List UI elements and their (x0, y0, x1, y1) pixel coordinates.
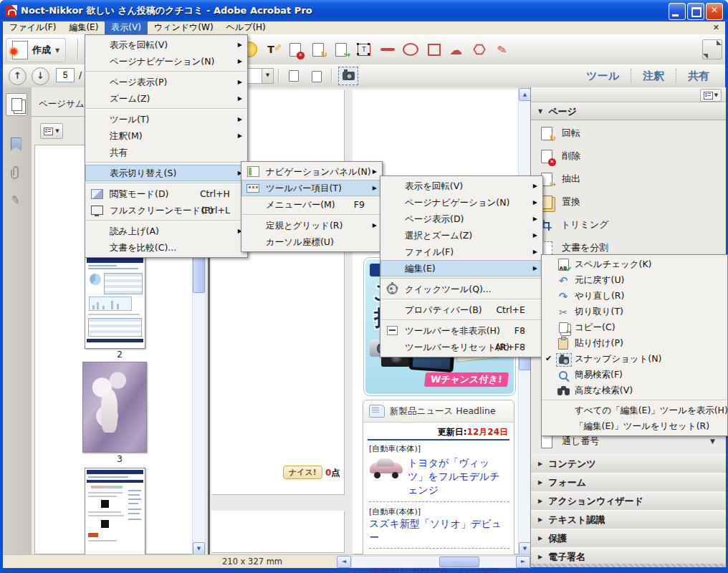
menu-item-fullscreen[interactable]: フルスクリーンモード(F)Ctrl+L (85, 202, 247, 218)
line-markup-tool[interactable] (378, 39, 398, 59)
menu-item-page-navigation[interactable]: ページナビゲーション(N)▶ (85, 53, 247, 69)
document-page-left-next[interactable] (211, 511, 344, 552)
menu-item-advanced-search[interactable]: 高度な検索(V) (542, 382, 727, 398)
delete-page-tool[interactable]: ✕ (285, 39, 305, 59)
menu-item-reset-toolbars[interactable]: ツールバーをリセット(R)Alt+F8 (380, 339, 542, 355)
menu-help[interactable]: ヘルプ(H) (220, 21, 272, 34)
scroll-down-button[interactable]: ▼ (193, 542, 205, 555)
section-content[interactable]: ▶コンテンツ (531, 454, 726, 473)
page-number-input[interactable] (56, 68, 75, 82)
oval-markup-tool[interactable] (401, 39, 421, 59)
menu-item-redo[interactable]: ↷やり直し(R) (542, 288, 727, 304)
scrollbar-thumb[interactable]: :::: (439, 557, 479, 567)
menu-item-navigation-panes[interactable]: ナビゲーションパネル(N)▶ (241, 163, 382, 180)
section-forms[interactable]: ▶フォーム (531, 473, 726, 492)
menu-item-find[interactable]: 簡易検索(F) (542, 367, 727, 382)
resize-grip[interactable] (531, 564, 726, 567)
maximize-button[interactable] (687, 3, 704, 20)
menu-item-spellcheck[interactable]: AB✔スペルチェック(K) (542, 256, 727, 272)
tool-rotate[interactable]: ↻回転 (541, 125, 580, 142)
menu-view[interactable]: 表示(V) (105, 21, 148, 34)
thumbnail-page-3[interactable] (82, 362, 147, 453)
menu-item-rulers-grids[interactable]: 定規とグリッド(R)▶ (241, 217, 382, 233)
menu-item-page-display[interactable]: ページ表示(P)▶ (85, 74, 247, 90)
scroll-down-button[interactable]: ▼ (519, 542, 531, 555)
menu-item-compare-documents[interactable]: 文書を比較(C)... (85, 239, 247, 256)
menu-item-zoom[interactable]: ズーム(Z)▶ (85, 90, 247, 107)
fit-width-button[interactable]: ↔ (284, 66, 304, 86)
scroll-left-button[interactable]: ◄ (337, 556, 351, 568)
news-link[interactable]: トヨタが「ヴィッツ」をフルモデルチェンジ (408, 456, 509, 497)
pages-section-header[interactable]: ▼ ページ (531, 102, 726, 120)
menu-item-page-display-tools[interactable]: ページ表示(D)▶ (380, 211, 542, 227)
previous-page-button[interactable]: ↑ (9, 67, 27, 85)
bookmarks-tab[interactable] (6, 133, 26, 155)
menu-item-read-aloud[interactable]: 読み上げ(A)▶ (85, 223, 247, 239)
menu-item-page-navigation-tools[interactable]: ページナビゲーション(N)▶ (380, 194, 542, 211)
page-thumbnails-tab[interactable] (6, 93, 27, 116)
menu-item-hide-toolbars[interactable]: ツールバーを非表示(H)F8 (380, 322, 542, 339)
menu-file[interactable]: ファイル(F) (3, 21, 62, 34)
menu-item-show-all-edit-tools[interactable]: すべての「編集(E)」ツールを表示(H) (542, 403, 727, 418)
menu-item-show-hide[interactable]: 表示切り替え(S)▶ (85, 165, 247, 181)
tool-delete[interactable]: ✕削除 (541, 148, 580, 165)
tool-crop[interactable]: トリミング (541, 216, 609, 233)
menu-item-comment[interactable]: 注釈(M)▶ (85, 127, 247, 144)
menu-item-file-tools[interactable]: ファイル(F)▶ (380, 244, 542, 260)
menu-item-select-zoom-tools[interactable]: 選択とズーム(Z)▶ (380, 227, 542, 244)
polygon-markup-tool[interactable] (469, 39, 489, 59)
rectangle-markup-tool[interactable] (424, 39, 444, 59)
pencil-markup-tool[interactable]: ✎ (492, 39, 512, 59)
menu-item-reset-edit-tools[interactable]: 「編集(E)」ツールをリセット(R) (542, 418, 727, 434)
menu-item-edit-tools[interactable]: 編集(E)▶ (380, 260, 542, 276)
menu-item-paste[interactable]: 貼り付け(P) (542, 335, 727, 351)
menu-item-read-mode[interactable]: 閲覧モード(D)Ctrl+H (85, 186, 247, 202)
thumbnail-page-2[interactable] (85, 256, 145, 349)
news-link[interactable]: スズキ新型「ソリオ」デビュー (369, 518, 502, 543)
attachments-tab[interactable] (6, 162, 26, 183)
menubar-close-icon[interactable]: ✕ (713, 23, 719, 32)
snapshot-tool-button[interactable] (338, 67, 358, 85)
section-protection[interactable]: ▶保護 (531, 529, 726, 548)
extract-page-tool[interactable]: ↪ (331, 39, 351, 59)
create-pdf-button[interactable]: 作成 ▼ (6, 38, 66, 62)
menu-item-share[interactable]: 共有 (85, 144, 247, 160)
cloud-markup-tool[interactable]: ☁ (446, 39, 466, 59)
menu-item-cursor-coordinates[interactable]: カーソル座標(U) (241, 233, 382, 250)
comment-pane-button[interactable]: 注釈 (631, 69, 676, 83)
nice-button[interactable]: ナイス! (283, 466, 322, 479)
text-box-markup-tool[interactable]: T (354, 39, 374, 59)
menu-item-tools[interactable]: ツール(T)▶ (85, 111, 247, 127)
section-text-recognition[interactable]: ▶テキスト認識 (531, 510, 726, 529)
minimize-button[interactable] (669, 3, 686, 20)
menu-item-snapshot[interactable]: ✔スナップショット(N) (542, 351, 727, 367)
menu-item-properties-bar[interactable]: プロパティバー(B)Ctrl+E (380, 302, 542, 318)
menu-item-rotate-view[interactable]: 表示を回転(V)▶ (85, 37, 247, 53)
rotate-page-tool[interactable]: ↻ (308, 39, 328, 59)
menu-item-cut[interactable]: ✂切り取り(T) (542, 304, 727, 319)
menu-item-copy[interactable]: ↪コピー(C) (542, 319, 727, 335)
text-edits-tool[interactable]: T✎ (261, 39, 281, 59)
scroll-right-button[interactable]: ► (516, 556, 530, 568)
thumbnail-page-4[interactable] (85, 468, 145, 557)
menu-edit[interactable]: 編集(E) (62, 21, 105, 34)
menu-item-quick-tools[interactable]: クイックツール(Q)... (380, 281, 542, 297)
thumbnail-options-button[interactable]: ▼ (40, 123, 63, 139)
scroll-up-button[interactable]: ▲ (519, 88, 531, 101)
zoom-dropdown-arrow-icon[interactable]: ▼ (262, 69, 273, 83)
menu-window[interactable]: ウィンドウ(W) (148, 21, 220, 34)
tools-pane-button[interactable]: ツール (575, 69, 631, 83)
menu-item-toolbar-items[interactable]: ツールバー項目(T)▶ (241, 180, 382, 196)
document-hscrollbar[interactable]: :::: (351, 556, 517, 568)
menu-item-menu-bar[interactable]: メニューバー(M)F9 (241, 196, 382, 213)
panel-options-button[interactable]: ▼ (700, 89, 722, 102)
signatures-tab[interactable]: ✎ (6, 189, 26, 211)
menu-item-undo[interactable]: ↶元に戻す(U) (542, 272, 727, 288)
section-action-wizard[interactable]: ▶アクションウィザード (531, 491, 726, 511)
next-page-button[interactable]: ↓ (32, 67, 49, 85)
tool-extract[interactable]: ↪抽出 (541, 170, 580, 188)
share-pane-button[interactable]: 共有 (676, 69, 721, 83)
close-button[interactable]: ✕ (706, 3, 723, 20)
customize-toolbar-button[interactable] (702, 39, 722, 59)
tool-replace[interactable]: 置換 (541, 193, 580, 211)
